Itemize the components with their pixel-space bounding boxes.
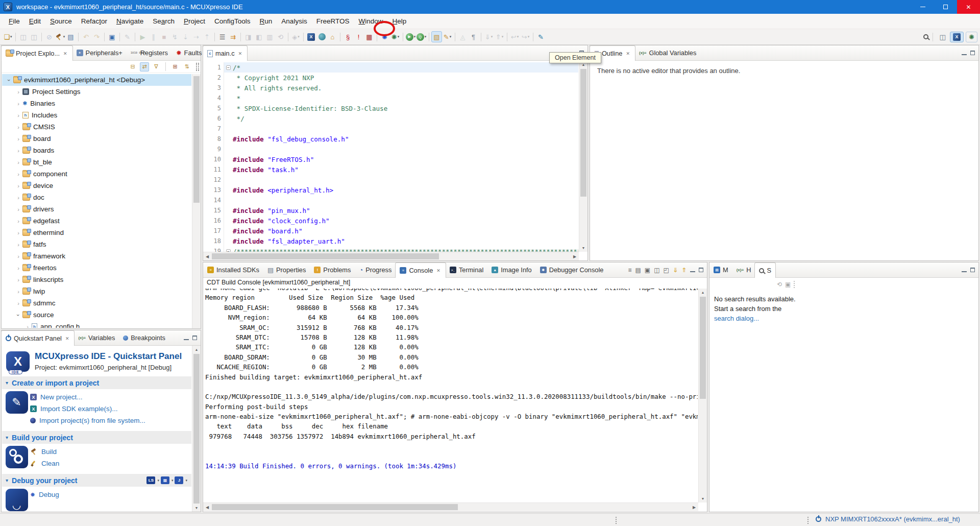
new-wizard-button[interactable]: ❏▾: [3, 31, 13, 42]
scrollbar-up-icon[interactable]: ▲: [699, 289, 707, 296]
red-stop-button[interactable]: !: [353, 31, 364, 42]
pin-editor-button[interactable]: ◬: [457, 31, 468, 42]
project-tree-scrollbar[interactable]: [192, 74, 201, 328]
section-collapse-icon[interactable]: ▾: [6, 435, 8, 440]
console-tab-debugger-console[interactable]: ✱Debugger Console: [536, 262, 608, 277]
tree-item-fatfs[interactable]: ›fatfs: [2, 238, 191, 250]
menu-project[interactable]: Project: [179, 15, 210, 27]
search-button[interactable]: [923, 34, 928, 39]
profile-button[interactable]: ⇉: [228, 31, 238, 42]
code-line-9[interactable]: 9: [204, 144, 578, 154]
quickstart-link-import-sdk-example-s[interactable]: XImport SDK example(s)...: [30, 403, 145, 415]
menu-analysis[interactable]: Analysis: [277, 15, 311, 27]
collapsed-arrow-icon[interactable]: ›: [14, 124, 22, 130]
scrollbar-left-icon[interactable]: ◀: [203, 252, 211, 260]
maximize-view-button[interactable]: [970, 268, 975, 272]
tree-item-component[interactable]: ›component: [2, 168, 191, 180]
scrollbar-right-icon[interactable]: ▶: [571, 252, 579, 260]
code-line-4[interactable]: 4 *: [204, 93, 578, 103]
collapsed-arrow-icon[interactable]: ›: [14, 218, 22, 224]
red-grid-button[interactable]: ▦: [364, 31, 375, 42]
maximize-view-button[interactable]: [192, 336, 197, 340]
code-line-3[interactable]: 3 * All rights reserved.: [204, 83, 578, 93]
menu-edit[interactable]: Edit: [24, 15, 45, 27]
scrollbar-left-icon[interactable]: ◀: [203, 503, 211, 511]
code-line-5[interactable]: 5 * SPDX-License-Identifier: BSD-3-Claus…: [204, 103, 578, 113]
tree-item-board[interactable]: ›board: [2, 133, 191, 145]
outline-tab-global-variables[interactable]: (x)=Global Variables: [635, 45, 700, 60]
dropdown-arrow-icon[interactable]: ▾: [172, 479, 174, 483]
prev-console-button[interactable]: ⇑: [681, 267, 687, 274]
collapse-all-button[interactable]: ⊟: [128, 62, 137, 71]
last-edit-location-button[interactable]: ✎: [535, 31, 546, 42]
collapsed-arrow-icon[interactable]: ›: [14, 136, 22, 142]
tree-item-includes[interactable]: ›hIncludes: [2, 109, 191, 121]
collapsed-arrow-icon[interactable]: ›: [14, 206, 22, 212]
red-script-button[interactable]: §: [342, 31, 353, 42]
collapsed-arrow-icon[interactable]: ›: [14, 242, 22, 248]
menu-configtools[interactable]: ConfigTools: [210, 15, 255, 27]
code-line-11[interactable]: 11#include "task.h": [204, 164, 578, 175]
maximize-view-button[interactable]: [970, 51, 975, 55]
scrollbar-down-icon[interactable]: ▼: [579, 244, 587, 252]
scrollbar-thumb[interactable]: [700, 297, 706, 399]
collapsed-arrow-icon[interactable]: ›: [14, 89, 22, 95]
eraser-button[interactable]: ◈▾: [290, 31, 301, 42]
minimize-view-button[interactable]: [690, 268, 695, 272]
code-line-17[interactable]: 17#include "board.h": [204, 226, 578, 236]
scrollbar-thumb[interactable]: [212, 253, 439, 259]
expanded-arrow-icon[interactable]: ›: [15, 311, 21, 319]
code-line-18[interactable]: 18#include "fsl_adapter_uart.h": [204, 236, 578, 246]
mark-mode-button[interactable]: ✎: [122, 31, 133, 42]
dropdown-arrow-icon[interactable]: ▾: [157, 479, 159, 483]
collapsed-arrow-icon[interactable]: ›: [14, 277, 22, 283]
filter-button[interactable]: ∇: [152, 62, 161, 71]
tree-item-ethermind[interactable]: ›ethermind: [2, 227, 191, 238]
tree-item-device[interactable]: ›device: [2, 180, 191, 192]
menu-help[interactable]: Help: [387, 15, 411, 27]
package-manager-button[interactable]: ▧: [431, 31, 442, 42]
code-line-16[interactable]: 16#include "clock_config.h": [204, 216, 578, 226]
section-collapse-icon[interactable]: ▾: [6, 380, 8, 386]
next-annotation-button[interactable]: ⇓▾: [483, 31, 494, 42]
scrollbar-thumb[interactable]: [193, 354, 200, 504]
terminate-button[interactable]: ■: [159, 31, 169, 42]
scroll-lock-button[interactable]: ≡: [628, 267, 631, 274]
code-line-13[interactable]: 13#include <peripheral_ht.h>: [204, 185, 578, 195]
tree-item-edgefast[interactable]: ›edgefast: [2, 215, 191, 227]
tree-item-doc[interactable]: ›doc: [2, 192, 191, 203]
view-menu-icon[interactable]: [196, 63, 199, 71]
close-tab-icon[interactable]: ✕: [625, 51, 631, 57]
tree-item-bt-ble[interactable]: ›bt_ble: [2, 156, 191, 168]
code-line-8[interactable]: 8#include "fsl_debug_console.h": [204, 134, 578, 144]
views-tab-m[interactable]: ▤M: [709, 262, 732, 277]
snippets-button[interactable]: ▥: [264, 31, 275, 42]
undo-button[interactable]: ↶: [81, 31, 91, 42]
statusbar-grip[interactable]: [807, 517, 810, 524]
statusbar-grip[interactable]: [616, 517, 618, 524]
tree-item-app-config-h[interactable]: ›happ_config.h: [2, 321, 191, 328]
open-console-button[interactable]: ◰: [664, 267, 669, 274]
probe-p2-button[interactable]: ▦: [161, 476, 169, 484]
editor-hscrollbar[interactable]: ◀ ▶: [203, 252, 579, 260]
perspective-debug-button[interactable]: ✺: [966, 32, 977, 42]
collapsed-arrow-icon[interactable]: ›: [14, 148, 22, 154]
tree-item-sdmmc[interactable]: ›sdmmc: [2, 297, 191, 309]
tree-item-drivers[interactable]: ›drivers: [2, 203, 191, 215]
tree-item-framework[interactable]: ›framework: [2, 250, 191, 262]
quick-settings-button[interactable]: Q▾: [416, 31, 427, 42]
console-tab-image-info[interactable]: ▲Image Info: [487, 262, 535, 277]
search-view-menu-icon[interactable]: [794, 281, 796, 288]
menu-navigate[interactable]: Navigate: [112, 15, 148, 27]
code-line-15[interactable]: 15#include "pin_mux.h": [204, 205, 578, 216]
quickstart-link-new-project[interactable]: XNew project...: [30, 391, 145, 403]
menu-source[interactable]: Source: [45, 15, 77, 27]
collapsed-arrow-icon[interactable]: ›: [23, 324, 32, 328]
code-line-7[interactable]: 7: [204, 124, 578, 134]
link-with-editor-button[interactable]: ⇄: [140, 62, 149, 71]
close-tab-icon[interactable]: ✕: [237, 51, 243, 57]
collapsed-arrow-icon[interactable]: ›: [14, 253, 22, 259]
copy-button[interactable]: ◨: [243, 31, 254, 42]
scrollbar-down-icon[interactable]: ▼: [699, 495, 707, 503]
console-output[interactable]: arm-none-eabi-gcc -nostdlib -L C:\worksp…: [205, 289, 698, 503]
